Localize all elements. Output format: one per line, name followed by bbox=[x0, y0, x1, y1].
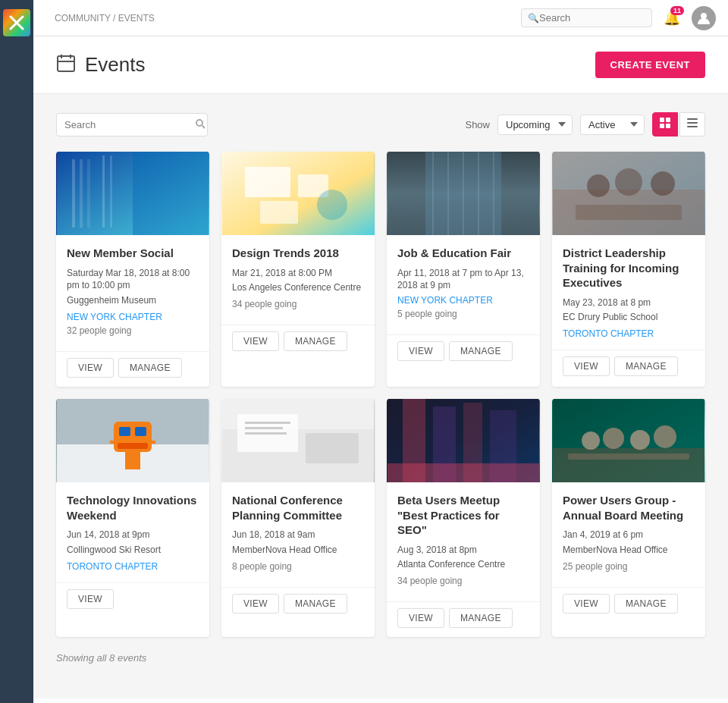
event-title-7: Beta Users Meetup "Best Practices for SE… bbox=[397, 493, 529, 538]
event-image-7 bbox=[387, 399, 540, 482]
svg-rect-51 bbox=[245, 422, 290, 424]
event-title-2: Design Trends 2018 bbox=[232, 246, 364, 261]
event-card-5: Technology Innovations Weekend Jun 14, 2… bbox=[56, 399, 209, 637]
svg-rect-13 bbox=[687, 126, 698, 127]
event-chapter-4[interactable]: TORONTO CHAPTER bbox=[563, 328, 695, 339]
events-search-input[interactable] bbox=[64, 119, 192, 130]
view-button-2[interactable]: VIEW bbox=[232, 331, 279, 351]
view-button-6[interactable]: VIEW bbox=[232, 594, 279, 614]
view-button-7[interactable]: VIEW bbox=[397, 608, 444, 628]
event-date-7: Aug 3, 2018 at 8pm bbox=[397, 544, 529, 557]
svg-point-63 bbox=[582, 432, 600, 450]
view-button-5[interactable]: VIEW bbox=[67, 589, 114, 609]
events-search[interactable] bbox=[56, 113, 208, 137]
event-body-1: New Member Social Saturday Mar 18, 2018 … bbox=[56, 235, 209, 351]
svg-point-25 bbox=[317, 190, 347, 220]
event-image-1 bbox=[56, 152, 209, 235]
event-card-1: New Member Social Saturday Mar 18, 2018 … bbox=[56, 152, 209, 387]
svg-rect-8 bbox=[666, 118, 670, 122]
manage-button-8[interactable]: MANAGE bbox=[614, 594, 678, 614]
global-search[interactable]: 🔍 bbox=[521, 8, 652, 27]
sidebar bbox=[0, 0, 33, 703]
view-button-8[interactable]: VIEW bbox=[563, 594, 610, 614]
event-location-8: MemberNova Head Office bbox=[563, 545, 695, 555]
event-actions-7: VIEWMANAGE bbox=[387, 601, 540, 637]
view-button-1[interactable]: VIEW bbox=[67, 358, 114, 378]
svg-rect-24 bbox=[260, 201, 298, 224]
event-date-6: Jun 18, 2018 at 9am bbox=[232, 529, 364, 541]
view-button-4[interactable]: VIEW bbox=[563, 356, 610, 376]
svg-rect-17 bbox=[87, 159, 90, 228]
search-field-icon bbox=[195, 118, 206, 131]
view-button-3[interactable]: VIEW bbox=[397, 341, 444, 361]
svg-rect-54 bbox=[306, 433, 359, 463]
event-date-1: Saturday Mar 18, 2018 at 8:00 pm to 10:0… bbox=[67, 267, 199, 293]
active-filter[interactable]: Active Inactive All bbox=[580, 115, 645, 135]
svg-rect-12 bbox=[687, 122, 698, 124]
svg-rect-46 bbox=[110, 441, 118, 444]
manage-button-6[interactable]: MANAGE bbox=[284, 594, 347, 614]
manage-button-2[interactable]: MANAGE bbox=[284, 331, 347, 351]
event-body-6: National Conference Planning Committee J… bbox=[221, 482, 375, 587]
global-search-input[interactable] bbox=[539, 12, 645, 24]
manage-button-1[interactable]: MANAGE bbox=[118, 358, 182, 378]
event-image-5 bbox=[56, 399, 209, 482]
filters-right: Show Upcoming Past All Active Inactive A… bbox=[465, 112, 705, 137]
event-title-6: National Conference Planning Committee bbox=[232, 493, 364, 523]
svg-rect-52 bbox=[245, 427, 283, 429]
event-body-3: Job & Education Fair Apr 11, 2018 at 7 p… bbox=[387, 235, 540, 334]
top-navigation: COMMUNITY / EVENTS 🔍 🔔 11 bbox=[33, 0, 728, 36]
event-card-3: Job & Education Fair Apr 11, 2018 at 7 p… bbox=[387, 152, 540, 387]
svg-rect-19 bbox=[110, 155, 112, 228]
event-body-7: Beta Users Meetup "Best Practices for SE… bbox=[387, 482, 540, 601]
user-avatar[interactable] bbox=[692, 6, 716, 30]
event-actions-8: VIEWMANAGE bbox=[552, 587, 705, 623]
event-actions-1: VIEWMANAGE bbox=[56, 351, 209, 387]
list-view-button[interactable] bbox=[679, 112, 705, 137]
event-location-5: Collingwood Ski Resort bbox=[67, 545, 199, 555]
page-title: Events bbox=[85, 53, 146, 77]
calendar-icon bbox=[56, 53, 76, 77]
svg-rect-42 bbox=[119, 427, 130, 436]
event-chapter-1[interactable]: NEW YORK CHAPTER bbox=[67, 312, 199, 322]
svg-rect-67 bbox=[568, 453, 689, 460]
notification-badge: 11 bbox=[670, 6, 684, 15]
svg-rect-11 bbox=[687, 118, 698, 120]
event-actions-2: VIEWMANAGE bbox=[221, 325, 375, 360]
event-date-4: May 23, 2018 at 8 pm bbox=[563, 297, 695, 309]
manage-button-3[interactable]: MANAGE bbox=[449, 341, 513, 361]
svg-rect-16 bbox=[80, 159, 83, 228]
filters-bar: Show Upcoming Past All Active Inactive A… bbox=[56, 112, 705, 137]
event-title-8: Power Users Group - Annual Board Meeting bbox=[563, 493, 695, 523]
logo[interactable] bbox=[3, 9, 30, 36]
event-date-8: Jan 4, 2019 at 6 pm bbox=[563, 529, 695, 541]
event-chapter-3[interactable]: NEW YORK CHAPTER bbox=[397, 295, 529, 306]
event-card-2: Design Trends 2018 Mar 21, 2018 at 8:00 … bbox=[221, 152, 375, 387]
show-label: Show bbox=[465, 119, 490, 130]
svg-point-37 bbox=[651, 171, 675, 196]
svg-point-64 bbox=[603, 428, 624, 449]
svg-rect-44 bbox=[118, 443, 148, 449]
event-location-7: Atlanta Conference Centre bbox=[397, 559, 529, 570]
event-body-2: Design Trends 2018 Mar 21, 2018 at 8:00 … bbox=[221, 235, 375, 325]
event-title-4: District Leadership Training for Incomin… bbox=[563, 246, 695, 290]
event-actions-6: VIEWMANAGE bbox=[221, 587, 375, 623]
event-title-3: Job & Education Fair bbox=[397, 246, 529, 261]
svg-point-66 bbox=[654, 425, 676, 448]
event-chapter-5[interactable]: TORONTO CHAPTER bbox=[67, 561, 199, 572]
svg-rect-47 bbox=[148, 441, 155, 444]
notifications-button[interactable]: 🔔 11 bbox=[660, 6, 684, 30]
event-body-5: Technology Innovations Weekend Jun 14, 2… bbox=[56, 482, 209, 582]
upcoming-filter[interactable]: Upcoming Past All bbox=[497, 115, 573, 135]
event-location-1: Guggenheim Museum bbox=[67, 295, 199, 306]
manage-button-7[interactable]: MANAGE bbox=[449, 608, 513, 628]
event-image-6 bbox=[221, 399, 375, 482]
manage-button-4[interactable]: MANAGE bbox=[614, 356, 678, 376]
event-location-2: Los Angeles Conference Centre bbox=[232, 282, 364, 293]
svg-point-0 bbox=[701, 13, 707, 19]
page-header: Events CREATE EVENT bbox=[33, 36, 728, 94]
event-title-5: Technology Innovations Weekend bbox=[67, 493, 199, 523]
create-event-button[interactable]: CREATE EVENT bbox=[595, 52, 705, 78]
event-people-3: 5 people going bbox=[397, 309, 529, 319]
grid-view-button[interactable] bbox=[652, 112, 678, 137]
